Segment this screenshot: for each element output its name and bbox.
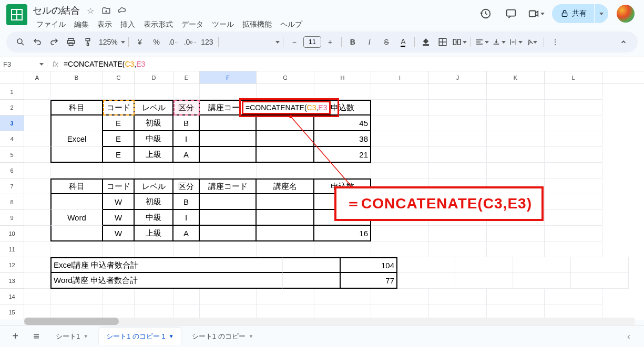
cell[interactable] (455, 273, 513, 289)
cell[interactable] (103, 84, 135, 100)
cell[interactable] (24, 210, 50, 226)
menu-data[interactable]: データ (178, 18, 207, 31)
col-header-l[interactable]: L (545, 71, 602, 83)
row-header-11[interactable]: 11 (0, 241, 24, 257)
cell[interactable] (200, 194, 257, 210)
cell[interactable] (135, 84, 173, 100)
cell[interactable]: 科目 (50, 178, 103, 194)
cell[interactable] (487, 131, 545, 147)
percent-button[interactable]: % (149, 34, 165, 50)
cell[interactable] (283, 257, 341, 273)
col-header-f[interactable]: F (200, 71, 257, 83)
cell[interactable]: I (173, 131, 200, 147)
cell[interactable] (371, 131, 429, 147)
col-header-g[interactable]: G (257, 71, 314, 83)
menu-help[interactable]: ヘルプ (277, 18, 306, 31)
menu-file[interactable]: ファイル (33, 18, 69, 31)
menu-format[interactable]: 表示形式 (140, 18, 177, 31)
cell[interactable]: コード (103, 178, 135, 194)
cell[interactable] (455, 257, 513, 273)
cell[interactable]: B (173, 194, 200, 210)
cell[interactable] (50, 241, 103, 257)
cell[interactable] (24, 241, 50, 257)
cell[interactable] (371, 226, 429, 241)
menu-view[interactable]: 表示 (94, 18, 116, 31)
cell[interactable] (257, 84, 314, 100)
row-header-15[interactable]: 15 (0, 304, 24, 320)
cell[interactable] (371, 100, 429, 115)
number-format-button[interactable]: 123 (199, 34, 215, 50)
more-tools-button[interactable]: ⋮ (547, 34, 563, 50)
decrease-decimal-button[interactable]: .0← (166, 34, 181, 50)
text-rotation-button[interactable]: A (525, 34, 540, 50)
cell[interactable]: B (173, 115, 200, 131)
cell[interactable]: 初級 (135, 115, 173, 131)
cell[interactable] (50, 226, 103, 241)
name-box[interactable]: F3 (0, 60, 47, 68)
font-family-dropdown[interactable] (222, 34, 280, 50)
user-avatar[interactable] (617, 5, 635, 23)
cell[interactable] (513, 273, 571, 289)
cell[interactable] (50, 115, 103, 131)
cell[interactable] (257, 115, 314, 131)
cell[interactable]: 21 (314, 147, 371, 163)
meet-icon[interactable] (527, 4, 546, 23)
cell[interactable]: Word (50, 210, 103, 226)
add-sheet-button[interactable]: + (6, 328, 24, 345)
cell[interactable]: Word講座 申込者数合計 (50, 273, 283, 289)
cell[interactable]: 38 (314, 131, 371, 147)
cell[interactable]: 上級 (135, 147, 173, 163)
row-header-4[interactable]: 4 (0, 131, 24, 147)
horizontal-align-button[interactable] (474, 34, 490, 50)
cell[interactable] (200, 241, 257, 257)
cell[interactable] (429, 100, 487, 115)
cell[interactable] (487, 147, 545, 163)
cell[interactable] (50, 194, 103, 210)
share-button[interactable]: 共有 (552, 4, 594, 23)
menu-insert[interactable]: 挿入 (117, 18, 139, 31)
row-header-12[interactable]: 12 (0, 257, 24, 273)
cell[interactable] (571, 257, 629, 273)
cell[interactable]: E (103, 115, 135, 131)
row-header-6[interactable]: 6 (0, 163, 24, 178)
row-header-9[interactable]: 9 (0, 210, 24, 226)
font-size-input[interactable]: 11 (303, 36, 321, 48)
cell[interactable]: Excel (50, 131, 103, 147)
cell[interactable] (135, 241, 173, 257)
zoom-level[interactable]: 125% (97, 38, 120, 46)
cell[interactable] (24, 178, 50, 194)
cell[interactable] (314, 84, 371, 100)
cell[interactable]: 中級 (135, 131, 173, 147)
cell[interactable] (429, 163, 487, 178)
cell[interactable]: レベル (135, 178, 173, 194)
cell[interactable] (50, 289, 103, 304)
bold-button[interactable]: B (345, 34, 361, 50)
cell[interactable] (487, 226, 545, 241)
cell[interactable] (371, 241, 429, 257)
undo-icon[interactable] (29, 34, 45, 50)
cell[interactable] (429, 226, 487, 241)
col-header-a[interactable]: A (24, 71, 50, 83)
row-header-14[interactable]: 14 (0, 289, 24, 304)
cell[interactable]: 区分 (173, 100, 200, 115)
cell[interactable] (397, 257, 455, 273)
cell[interactable]: W (103, 194, 135, 210)
col-header-i[interactable]: I (371, 71, 429, 83)
cell[interactable] (545, 115, 602, 131)
row-header-3[interactable]: 3 (0, 115, 24, 131)
cell[interactable] (545, 241, 602, 257)
cell[interactable]: 16 (314, 226, 371, 241)
cell[interactable]: A (173, 147, 200, 163)
cell[interactable]: I (173, 210, 200, 226)
cell[interactable] (429, 289, 487, 304)
italic-button[interactable]: I (362, 34, 377, 50)
col-header-j[interactable]: J (429, 71, 487, 83)
cell[interactable] (545, 194, 602, 210)
cell[interactable] (200, 163, 257, 178)
text-wrap-button[interactable] (508, 34, 524, 50)
col-header-c[interactable]: C (103, 71, 135, 83)
cell[interactable]: W (103, 210, 135, 226)
sheet-tab-3[interactable]: シート1 のコピー▼ (185, 328, 261, 345)
cell[interactable] (24, 100, 50, 115)
cell[interactable] (103, 241, 135, 257)
